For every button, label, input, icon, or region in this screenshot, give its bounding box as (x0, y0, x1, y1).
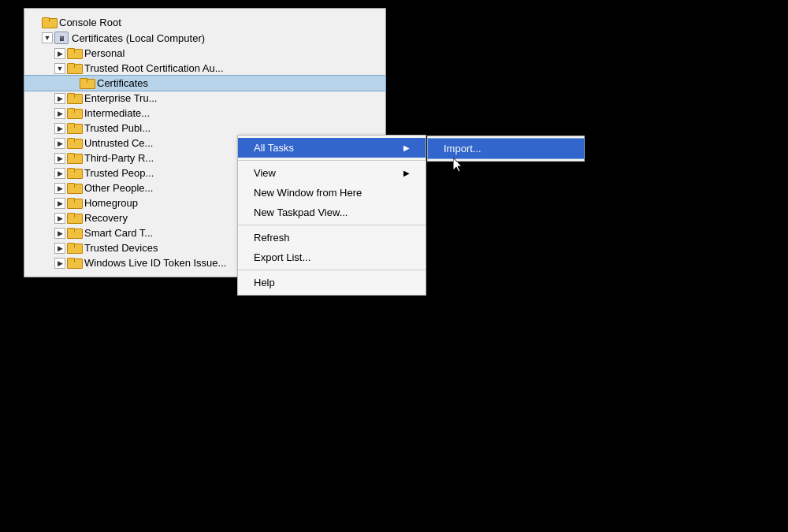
tree-item-trusted-publ[interactable]: ▶ Trusted Publ... (24, 121, 385, 136)
menu-item-view[interactable]: View ▶ (238, 163, 426, 183)
folder-icon (67, 213, 81, 224)
submenu-all-tasks: Import... (427, 136, 585, 162)
expand-btn[interactable]: ▶ (54, 228, 65, 239)
menu-item-label: New Taskpad View... (254, 206, 348, 218)
tree-item-enterprise[interactable]: ▶ Enterprise Tru... (24, 91, 385, 106)
expand-btn[interactable]: ▶ (54, 258, 65, 269)
expand-btn[interactable]: ▶ (54, 183, 65, 194)
expand-spacer (29, 17, 40, 28)
folder-icon (67, 183, 81, 194)
tree-item-label: Windows Live ID Token Issue... (84, 257, 226, 269)
tree-item-label: Recovery (84, 212, 128, 224)
tree-item-label: Certificates (Local Computer) (72, 32, 205, 44)
folder-icon (42, 17, 56, 28)
menu-item-label: Export List... (254, 251, 310, 263)
tree-item-label: Other People... (84, 182, 153, 194)
menu-item-label: View (254, 167, 276, 179)
expand-btn[interactable]: ▶ (54, 243, 65, 254)
svg-marker-0 (453, 158, 462, 172)
expand-btn[interactable]: ▼ (42, 32, 53, 43)
tree-item-label: Trusted Devices (84, 242, 158, 254)
mouse-cursor (453, 158, 464, 173)
menu-item-refresh[interactable]: Refresh (238, 228, 426, 247)
tree-item-certificates-sub[interactable]: Certificates (24, 76, 385, 91)
tree-item-console-root[interactable]: Console Root (24, 15, 385, 30)
folder-icon (80, 78, 94, 89)
tree-item-label: Trusted Peop... (84, 167, 154, 179)
menu-item-import[interactable]: Import... (428, 139, 584, 158)
menu-item-label: Help (254, 277, 275, 288)
tree-item-label: Console Root (59, 17, 121, 28)
tree-item-label: Enterprise Tru... (84, 92, 157, 104)
mmc-tree-panel: Console Root ▼ 🖥 Certificates (Local Com… (24, 8, 386, 277)
tree-item-label: Untrusted Ce... (84, 137, 153, 149)
expand-btn[interactable]: ▼ (54, 63, 65, 74)
folder-icon (67, 228, 81, 239)
folder-icon (67, 243, 81, 254)
menu-item-label: Refresh (254, 232, 290, 244)
expand-btn[interactable]: ▶ (54, 108, 65, 119)
expand-btn[interactable]: ▶ (54, 153, 65, 164)
submenu-arrow-icon: ▶ (403, 169, 410, 177)
folder-icon (67, 153, 81, 164)
tree-item-intermediate[interactable]: ▶ Intermediate... (24, 106, 385, 121)
menu-item-help[interactable]: Help (238, 273, 426, 292)
menu-item-label: Import... (444, 143, 481, 154)
expand-btn[interactable]: ▶ (54, 138, 65, 149)
tree-item-label: Homegroup (84, 197, 138, 209)
tree-item-label: Trusted Publ... (84, 122, 151, 134)
menu-separator (238, 225, 426, 225)
tree-item-label: Personal (84, 47, 125, 59)
expand-btn[interactable]: ▶ (54, 213, 65, 224)
expand-btn[interactable]: ▶ (54, 123, 65, 134)
menu-item-export-list[interactable]: Export List... (238, 247, 426, 267)
menu-item-new-window[interactable]: New Window from Here (238, 183, 426, 203)
expand-spacer (67, 78, 78, 89)
context-menu: All Tasks ▶ Import... View ▶ New Window … (237, 135, 426, 296)
menu-item-new-taskpad[interactable]: New Taskpad View... (238, 203, 426, 222)
folder-icon (67, 258, 81, 269)
folder-icon (67, 108, 81, 119)
tree-item-certificates-local[interactable]: ▼ 🖥 Certificates (Local Computer) (24, 30, 385, 46)
folder-icon (67, 168, 81, 179)
tree-item-label: Intermediate... (84, 107, 150, 119)
folder-icon (67, 138, 81, 149)
folder-icon (67, 198, 81, 209)
folder-icon (67, 93, 81, 104)
menu-item-label: All Tasks (254, 142, 294, 154)
folder-icon (67, 63, 81, 74)
tree-item-label: Third-Party R... (84, 152, 154, 164)
expand-btn[interactable]: ▶ (54, 93, 65, 104)
tree-item-label: Smart Card T... (84, 227, 153, 239)
tree-item-trusted-root[interactable]: ▼ Trusted Root Certification Au... (24, 61, 385, 76)
menu-item-all-tasks[interactable]: All Tasks ▶ Import... (238, 138, 426, 158)
menu-separator (238, 160, 426, 161)
folder-icon (67, 123, 81, 134)
expand-btn[interactable]: ▶ (54, 168, 65, 179)
tree-item-label: Certificates (97, 77, 148, 89)
menu-item-label: New Window from Here (254, 187, 362, 199)
expand-btn[interactable]: ▶ (54, 48, 65, 59)
computer-icon: 🖥 (54, 32, 69, 44)
menu-separator (238, 270, 426, 270)
expand-btn[interactable]: ▶ (54, 198, 65, 209)
submenu-arrow-icon: ▶ (403, 143, 410, 152)
folder-icon (67, 48, 81, 59)
tree-item-personal[interactable]: ▶ Personal (24, 46, 385, 61)
tree-item-label: Trusted Root Certification Au... (84, 62, 224, 74)
